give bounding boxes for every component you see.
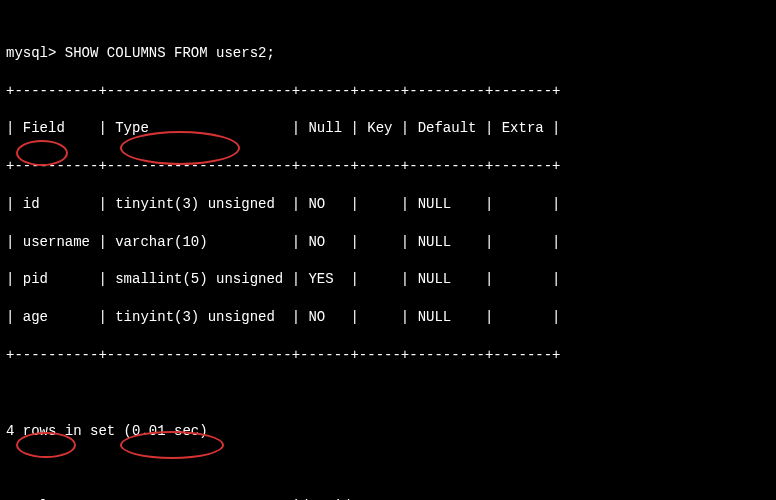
table1-border-bottom: +----------+----------------------+-----… [6, 347, 561, 363]
table1-row-pid: | pid | smallint(5) unsigned | YES | | N… [6, 271, 561, 287]
table1-border-top: +----------+----------------------+-----… [6, 83, 561, 99]
table1-border-mid: +----------+----------------------+-----… [6, 158, 561, 174]
table1-header: | Field | Type | Null | Key | Default | … [6, 120, 561, 136]
prompt-1[interactable]: mysql> SHOW COLUMNS FROM users2; [6, 45, 275, 61]
table1-row-id: | id | tinyint(3) unsigned | NO | | NULL… [6, 196, 561, 212]
table1-row-username: | username | varchar(10) | NO | | NULL |… [6, 234, 561, 250]
result-1: 4 rows in set (0.01 sec) [6, 423, 208, 439]
table1-row-age: | age | tinyint(3) unsigned | NO | | NUL… [6, 309, 561, 325]
